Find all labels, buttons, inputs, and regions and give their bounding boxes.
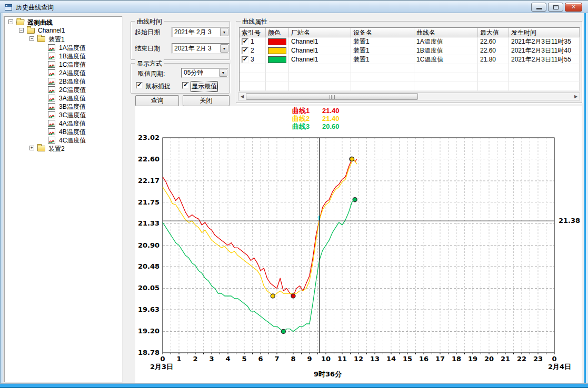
tree-item[interactable]: 3B温度值 — [4, 102, 122, 110]
table-cell — [266, 55, 289, 64]
window-border-bottom — [0, 383, 588, 388]
tree-item[interactable]: 2B温度值 — [4, 77, 122, 85]
tree-item[interactable]: 2C温度值 — [4, 85, 122, 94]
close-button[interactable]: ✕ — [565, 3, 582, 12]
table-row[interactable]: 1Channel1装置11A温度值22.602021年2月3日11时35 — [240, 37, 580, 46]
day-label-right: 2月4日 — [548, 363, 571, 371]
column-header[interactable]: 厂站名 — [289, 28, 351, 37]
table-cell: 2 — [240, 46, 266, 55]
column-header[interactable]: 曲线名 — [414, 28, 478, 37]
mouse-capture-checkbox[interactable] — [136, 82, 143, 89]
x-axis-tick-label: 17 — [435, 355, 445, 363]
minimize-button[interactable] — [531, 3, 546, 12]
legend-item: 曲线121.40 — [292, 107, 340, 115]
tree-item[interactable]: 4B温度值 — [4, 127, 122, 136]
chevron-down-icon[interactable]: ▼ — [220, 28, 228, 36]
x-axis-tick-label: 1 — [176, 355, 181, 363]
crosshair-value-label: 21.38 — [559, 217, 580, 224]
table-cell — [351, 64, 414, 73]
table-cell: 装置1 — [351, 55, 414, 64]
table-row[interactable] — [240, 73, 580, 82]
y-axis-tick-label: 22.17 — [138, 177, 160, 185]
curve-color-swatch — [268, 38, 286, 45]
legend-label: 曲线1 — [292, 107, 322, 115]
x-axis-tick-label: 23 — [533, 355, 543, 363]
column-header[interactable]: 发生时间 — [509, 28, 580, 37]
y-axis-tick-label: 21.75 — [138, 198, 160, 206]
close-icon: ✕ — [565, 4, 582, 11]
column-header[interactable]: 颜色 — [266, 28, 289, 37]
expander-icon[interactable]: − — [19, 28, 24, 33]
tree-item[interactable]: 2A温度值 — [4, 68, 122, 77]
chart-icon — [48, 128, 55, 135]
row-checkbox[interactable] — [242, 56, 248, 63]
chevron-down-icon[interactable]: ▼ — [220, 44, 228, 53]
tree-item[interactable]: −遥测曲线 — [4, 18, 122, 26]
x-axis-tick-label: 9 — [307, 355, 312, 363]
column-header[interactable]: 设备名 — [351, 28, 414, 37]
start-date-combo[interactable]: 2021年 2月 3 ▼ — [172, 27, 230, 37]
x-axis-tick-label: 0 — [552, 355, 556, 363]
x-axis-tick-label: 6 — [258, 355, 263, 363]
curve-properties-table: 索引号颜色厂站名设备名曲线名最大值发生时间1Channel1装置11A温度值22… — [239, 27, 580, 91]
minimize-icon — [536, 8, 542, 9]
app-icon — [5, 4, 12, 11]
chart-icon — [48, 103, 55, 110]
chevron-down-icon[interactable]: ▼ — [219, 69, 227, 77]
table-horizontal-scrollbar[interactable]: ◀ ▶ — [238, 93, 580, 100]
x-axis-tick-label: 14 — [386, 355, 396, 363]
query-button[interactable]: 查询 — [135, 95, 179, 106]
row-checkbox[interactable] — [242, 47, 248, 54]
period-combo[interactable]: 05分钟 ▼ — [181, 68, 228, 78]
tree-item[interactable]: 1C温度值 — [4, 60, 122, 68]
crosshair-time-label: 9时36分 — [314, 370, 342, 378]
scroll-right-icon[interactable]: ▶ — [572, 93, 580, 100]
expander-icon[interactable]: − — [8, 19, 13, 24]
tree-item[interactable]: 4C温度值 — [4, 136, 122, 144]
series-line-曲线3 — [163, 200, 355, 332]
min-marker — [271, 294, 275, 298]
restore-button[interactable] — [548, 3, 563, 12]
column-header[interactable]: 索引号 — [240, 28, 266, 37]
table-cell: 装置1 — [351, 37, 414, 46]
window-title: 历史曲线查询 — [16, 3, 54, 12]
scrollbar-thumb[interactable] — [246, 93, 418, 100]
table-row[interactable] — [240, 64, 580, 73]
close-dialog-button[interactable]: 关闭 — [183, 95, 230, 106]
tree-item[interactable]: 3C温度值 — [4, 110, 122, 119]
show-extremes-checkbox[interactable] — [182, 82, 189, 89]
x-axis-tick-label: 8 — [291, 355, 295, 363]
table-header-row: 索引号颜色厂站名设备名曲线名最大值发生时间 — [240, 28, 580, 37]
table-row[interactable] — [240, 82, 580, 91]
legend-value: 21.40 — [322, 107, 340, 115]
x-axis-tick-label: 3 — [209, 355, 214, 363]
tree-item[interactable]: 1A温度值 — [4, 43, 122, 52]
row-checkbox[interactable] — [242, 38, 248, 45]
x-axis-tick-label: 20 — [484, 355, 494, 363]
folder-icon — [37, 146, 45, 151]
table-row[interactable]: 2Channel1装置11B温度值22.602021年2月3日11时40 — [240, 46, 580, 55]
table-cell — [240, 64, 266, 73]
scroll-left-icon[interactable]: ◀ — [238, 93, 246, 100]
mouse-capture-label: 鼠标捕捉 — [145, 82, 171, 91]
show-extremes-label: 显示最值 — [192, 82, 217, 91]
tree-item[interactable]: 4A温度值 — [4, 119, 122, 127]
tree-item-label: 装置2 — [48, 145, 65, 154]
table-cell — [266, 73, 289, 82]
end-date-combo[interactable]: 2021年 2月 3 ▼ — [172, 43, 230, 54]
table-cell — [414, 82, 478, 91]
tree-item[interactable]: −装置1 — [4, 35, 122, 43]
tree-item[interactable]: +装置2 — [4, 144, 122, 152]
table-cell — [509, 82, 580, 91]
tree-item[interactable]: 1B温度值 — [4, 52, 122, 60]
tree-item[interactable]: 3A温度值 — [4, 94, 122, 102]
expander-icon[interactable]: − — [29, 36, 34, 41]
y-axis-tick-label: 22.60 — [138, 155, 160, 163]
row-index: 3 — [251, 56, 254, 63]
table-row[interactable]: 3Channel1装置11C温度值21.802021年2月3日11时55 — [240, 55, 580, 64]
table-cell — [509, 73, 580, 82]
column-header[interactable]: 最大值 — [478, 28, 509, 37]
expander-icon[interactable]: + — [29, 146, 34, 150]
day-label-left: 2月3日 — [150, 363, 173, 371]
tree-item[interactable]: −Channel1 — [4, 26, 122, 35]
